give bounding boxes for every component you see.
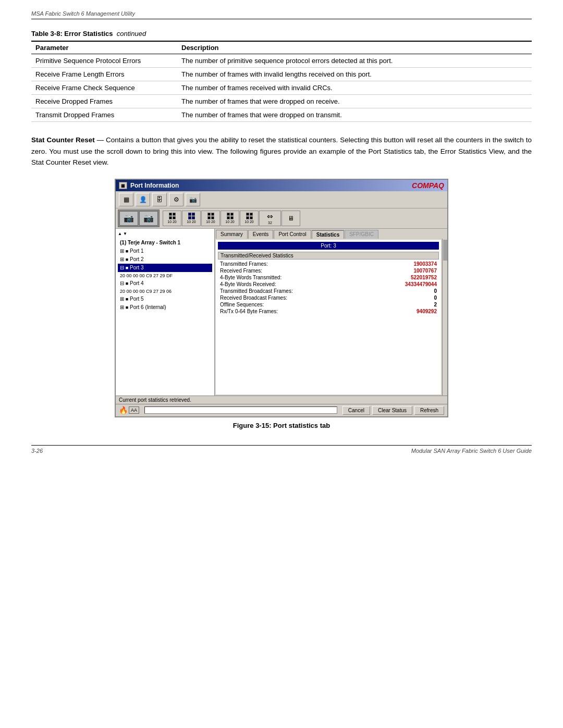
tab-summary[interactable]: Summary: [216, 230, 248, 239]
tab-events[interactable]: Events: [248, 230, 274, 239]
parameter-cell: Transmit Dropped Frames: [31, 108, 177, 122]
tree-port2: ⊞ ■ Port 2: [118, 255, 212, 264]
table-row: Transmit Dropped FramesThe number of fra…: [31, 108, 532, 122]
stats-value: 522019752: [411, 275, 437, 280]
refresh-button[interactable]: Refresh: [414, 406, 444, 415]
parameter-cell: Receive Frame Check Sequence: [31, 81, 177, 95]
title-text: Port Information: [130, 182, 179, 189]
toolbar-gear-btn[interactable]: ⚙: [169, 193, 183, 206]
camera-icon-nav: 📷: [119, 211, 138, 226]
tree-port1: ⊞ ■ Port 1: [118, 247, 212, 255]
description-cell: The number of frames with invalid length…: [177, 68, 532, 81]
compaq-logo: COMPAQ: [412, 181, 444, 190]
fire-icon: 🔥: [119, 406, 128, 414]
scroll-thumb[interactable]: [443, 240, 447, 261]
stats-label: Transmitted Broadcast Frames:: [220, 288, 293, 294]
stats-label: Rx/Tx 0-64 Byte Frames:: [220, 309, 278, 314]
stats-label: Offline Sequences:: [220, 302, 264, 307]
toolbar-camera-btn[interactable]: 📷: [186, 193, 200, 206]
content-panel: Summary Events Port Control Statistics S…: [215, 229, 447, 396]
port-icon-4: 10 20: [221, 211, 239, 226]
tree-port5: ⊞ ■ Port 5: [118, 295, 212, 303]
stats-row: 4-Byte Words Transmitted:522019752: [218, 274, 439, 281]
tab-statistics[interactable]: Statistics: [312, 230, 344, 239]
stats-value: 0: [434, 288, 437, 294]
camera2-icon-nav: 📷: [139, 211, 158, 226]
port-icon-5: 10 20: [240, 211, 259, 226]
toolbar-user-btn[interactable]: 👤: [136, 193, 150, 206]
description-cell: The number of frames that were dropped o…: [177, 108, 532, 122]
stats-value: 10070767: [414, 268, 437, 274]
figure-container: ▦ Port Information COMPAQ ▦ 👤 🗄 ⚙ 📷 📷 📷: [31, 179, 532, 429]
parameter-cell: Receive Dropped Frames: [31, 95, 177, 108]
stats-row: Received Broadcast Frames:0: [218, 294, 439, 301]
footer-right: Modular SAN Array Fabric Switch 6 User G…: [411, 448, 532, 454]
app-titlebar: ▦ Port Information COMPAQ: [116, 180, 447, 191]
signal-icon: AA: [129, 406, 139, 414]
tree-panel: ▲ ▼ (1) Terje Array - Switch 1 ⊞ ■ Port …: [116, 229, 215, 396]
toolbar-grid-btn[interactable]: ▦: [119, 193, 133, 206]
stats-row: 4-Byte Words Received:34334479044: [218, 281, 439, 288]
status-bar: Current port statistics retrieved.: [116, 396, 447, 404]
app-window: ▦ Port Information COMPAQ ▦ 👤 🗄 ⚙ 📷 📷 📷: [115, 179, 448, 417]
grid-icon: ▦: [119, 182, 127, 189]
tree-root: (1) Terje Array - Switch 1: [118, 239, 212, 247]
port-title: Port: 3: [218, 242, 439, 250]
footer: 3-26 Modular SAN Array Fabric Switch 6 U…: [31, 445, 532, 454]
scrollbar[interactable]: [442, 239, 447, 396]
stats-label: Received Frames:: [220, 268, 262, 274]
stats-label: 4-Byte Words Transmitted:: [220, 275, 282, 280]
table-row: Receive Dropped FramesThe number of fram…: [31, 95, 532, 108]
connector-icon: ⇔ 32: [259, 211, 281, 226]
tab-sfp[interactable]: SFP/GBIC: [345, 230, 378, 239]
stats-row: Transmitted Broadcast Frames:0: [218, 288, 439, 294]
port-icon-2: 10 20: [182, 211, 201, 226]
tree-port4-mac: 20 00 00 00 C9 27 29 06: [118, 288, 212, 295]
stats-label: Received Broadcast Frames:: [220, 295, 287, 301]
stats-row: Received Frames:10070767: [218, 267, 439, 274]
col-description: Description: [177, 41, 532, 54]
stats-value: 2: [434, 302, 437, 307]
stats-row: Transmitted Frames:19003374: [218, 261, 439, 267]
tree-port3-mac: 20 00 00 00 C9 27 29 DF: [118, 272, 212, 279]
figure-caption: Figure 3-15: Port statistics tab: [233, 422, 330, 429]
description-cell: The number of frames received with inval…: [177, 81, 532, 95]
status-icons: 🔥 AA: [119, 406, 139, 414]
toolbar-db-btn[interactable]: 🗄: [152, 193, 167, 206]
section-title: Transmitted/Received Statistics: [218, 252, 439, 260]
bottom-bar: 🔥 AA Cancel Clear Status Refresh: [116, 404, 447, 416]
tab-bar: Summary Events Port Control Statistics S…: [215, 229, 447, 239]
tree-port3[interactable]: ⊟ ■ Port 3: [118, 264, 212, 272]
port-icon-3: 10 20: [201, 211, 220, 226]
stats-value: 19003374: [414, 261, 437, 267]
error-stats-table: Parameter Description Primitive Sequence…: [31, 41, 532, 122]
parameter-cell: Primitive Sequence Protocol Errors: [31, 54, 177, 68]
description-cell: The number of frames that were dropped o…: [177, 95, 532, 108]
parameter-cell: Receive Frame Length Errors: [31, 68, 177, 81]
port-icon-1: 10 20: [163, 211, 181, 226]
stats-row: Rx/Tx 0-64 Byte Frames:9409292: [218, 308, 439, 315]
tree-port4: ⊟ ■ Port 4: [118, 279, 212, 288]
monitor-icon: 🖥: [282, 211, 300, 226]
tab-port-control[interactable]: Port Control: [274, 230, 311, 239]
stats-row: Offline Sequences:2: [218, 301, 439, 308]
col-parameter: Parameter: [31, 41, 177, 54]
stats-label: 4-Byte Words Received:: [220, 281, 276, 287]
clear-status-button[interactable]: Clear Status: [372, 406, 412, 415]
stats-value: 9409292: [417, 309, 437, 314]
header-left: MSA Fabric Switch 6 Management Utility: [31, 10, 135, 17]
table-title: Table 3-8: Error Statistics continued: [31, 30, 532, 38]
description-cell: The number of primitive sequence protoco…: [177, 54, 532, 68]
table-row: Receive Frame Check SequenceThe number o…: [31, 81, 532, 95]
stats-panel: Port: 3 Transmitted/Received Statistics …: [216, 240, 441, 394]
table-row: Receive Frame Length ErrorsThe number of…: [31, 68, 532, 81]
footer-left: 3-26: [31, 448, 43, 454]
nav-bar: 📷 📷 10 20: [116, 208, 447, 229]
toolbar: ▦ 👤 🗄 ⚙ 📷: [116, 191, 447, 208]
table-row: Primitive Sequence Protocol ErrorsThe nu…: [31, 54, 532, 68]
tree-port6: ⊞ ■ Port 6 (Internal): [118, 303, 212, 312]
body-text: Stat Counter Reset — Contains a button t…: [31, 134, 532, 168]
cancel-button[interactable]: Cancel: [342, 406, 370, 415]
stats-value: 34334479044: [405, 281, 437, 287]
stats-value: 0: [434, 295, 437, 301]
